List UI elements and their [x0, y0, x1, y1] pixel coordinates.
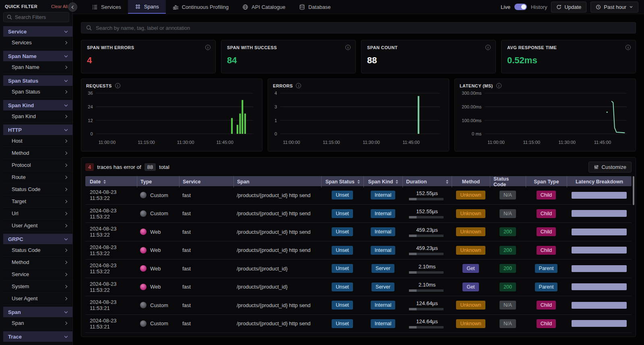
- live-label: Live: [501, 4, 510, 10]
- cell-span: /products/{product_id}: [237, 266, 287, 272]
- span-status-badge: Unset: [332, 283, 353, 291]
- filter-label: Route: [12, 174, 26, 180]
- filter-label: Service: [8, 29, 27, 35]
- filter-group-span-status[interactable]: Span Status: [3, 75, 72, 86]
- svg-text:24: 24: [88, 104, 93, 109]
- tab-continuous-profiling[interactable]: Continuous Profiling: [166, 0, 235, 14]
- chevron-down-icon: [64, 78, 68, 81]
- filter-group-span-kind[interactable]: Span Kind: [3, 100, 72, 110]
- filter-group-trace[interactable]: Trace: [3, 331, 72, 342]
- svg-text:11:45:00: 11:45:00: [402, 140, 419, 145]
- method-badge: Get: [462, 283, 479, 291]
- info-icon[interactable]: [496, 83, 502, 88]
- col-duration[interactable]: Duration: [402, 176, 452, 187]
- card-value: 88: [367, 55, 490, 66]
- cell-date: 2024-08-23 11:53:22: [90, 244, 134, 256]
- info-icon[interactable]: [115, 83, 120, 88]
- sort-icon[interactable]: [396, 180, 398, 184]
- filter-item-protocol[interactable]: Protocol: [3, 159, 72, 171]
- table-header: Date Type Service Span Span Status Span …: [85, 176, 632, 186]
- filter-item-span-name[interactable]: Span Name: [3, 61, 72, 73]
- info-icon[interactable]: [485, 45, 491, 50]
- span-search-box[interactable]: [81, 22, 636, 33]
- cell-duration: 459.23µs: [416, 227, 438, 233]
- filter-group-service[interactable]: Service: [3, 26, 72, 37]
- filter-item-target[interactable]: Target: [3, 195, 72, 208]
- filter-item-system[interactable]: System: [3, 281, 72, 293]
- live-history-toggle[interactable]: [514, 4, 527, 10]
- filter-search-input[interactable]: [15, 15, 63, 20]
- sidebar-collapse-button[interactable]: [68, 2, 77, 12]
- sort-icon[interactable]: [103, 180, 106, 184]
- update-button[interactable]: Update: [551, 2, 586, 12]
- span-type-badge: Parent: [535, 283, 558, 291]
- table-row[interactable]: 2024-08-23 11:53:22Customfast/products/{…: [85, 186, 632, 205]
- filter-item-status-code[interactable]: Status Code: [3, 244, 72, 256]
- filter-item-status-code[interactable]: Status Code: [3, 183, 72, 195]
- customize-button[interactable]: Customize: [588, 162, 632, 172]
- sort-icon[interactable]: [446, 180, 448, 184]
- filter-label: System: [12, 283, 29, 289]
- svg-text:11:45:00: 11:45:00: [594, 140, 611, 145]
- tab-services[interactable]: Services: [85, 0, 128, 14]
- filter-item-route[interactable]: Route: [3, 171, 72, 183]
- col-span-kind[interactable]: Span Kind: [363, 176, 402, 187]
- chevron-down-icon: [64, 237, 68, 240]
- info-icon[interactable]: [205, 45, 211, 50]
- filter-item-user-agent[interactable]: User Agent: [3, 293, 72, 305]
- filter-search-box[interactable]: [3, 12, 69, 22]
- filter-group-span-name[interactable]: Span Name: [3, 51, 72, 61]
- filter-item-span-kind[interactable]: Span Kind: [3, 110, 72, 123]
- nav-right-controls: Live History Update Past hour: [501, 0, 644, 14]
- filter-item-user-agent[interactable]: User Agent: [3, 220, 72, 232]
- filter-item-method[interactable]: Method: [3, 256, 72, 268]
- info-icon[interactable]: [625, 45, 631, 50]
- filter-item-method[interactable]: Method: [3, 147, 72, 159]
- table-row[interactable]: 2024-08-23 11:53:22Webfast/products/{pro…: [85, 223, 632, 241]
- table-row[interactable]: 2024-08-23 11:53:22Webfast/products/{pro…: [85, 278, 632, 297]
- history-label: History: [531, 4, 547, 10]
- clear-all-button[interactable]: Clear All: [51, 4, 68, 9]
- chevron-right-icon: [64, 224, 67, 227]
- filter-item-host[interactable]: Host: [3, 135, 72, 147]
- filter-label: Target: [12, 198, 26, 204]
- col-date[interactable]: Date: [85, 176, 137, 187]
- cell-service: fast: [182, 247, 191, 253]
- col-span-status[interactable]: Span Status: [321, 176, 363, 187]
- filter-label: GRPC: [8, 236, 23, 242]
- sort-icon[interactable]: [357, 180, 360, 184]
- filter-group-http[interactable]: HTTP: [3, 125, 72, 135]
- time-range-button[interactable]: Past hour: [590, 2, 638, 12]
- tab-spans[interactable]: Spans: [128, 0, 166, 14]
- table-scrollbar[interactable]: [633, 176, 634, 205]
- table-row[interactable]: 2024-08-23 11:53:22Webfast/products/{pro…: [85, 241, 632, 260]
- chevron-right-icon: [64, 90, 67, 93]
- span-search-input[interactable]: [96, 25, 631, 31]
- card-title: SPAN WITH ERRORS: [87, 45, 210, 50]
- chevron-right-icon: [64, 200, 67, 203]
- info-icon[interactable]: [345, 45, 351, 50]
- cell-type: Web: [150, 229, 161, 235]
- filter-group-grpc[interactable]: GRPC: [3, 234, 72, 244]
- filter-item-span[interactable]: Span: [3, 317, 72, 329]
- filter-item-service[interactable]: Service: [3, 268, 72, 281]
- web-type-icon: [140, 284, 147, 290]
- table-row[interactable]: 2024-08-23 11:53:22Webfast/products/{pro…: [85, 260, 632, 278]
- filter-label: Method: [12, 259, 29, 265]
- filter-item-url[interactable]: Url: [3, 208, 72, 220]
- tab-database[interactable]: Database: [292, 0, 338, 14]
- table-row[interactable]: 2024-08-23 11:53:21Customfast/products/{…: [85, 315, 632, 333]
- tab-api-catalogue[interactable]: API Catalogue: [235, 0, 292, 14]
- method-badge: Unknown: [456, 209, 485, 218]
- filter-item-services[interactable]: Services: [3, 37, 72, 49]
- chevron-down-icon: [64, 103, 68, 106]
- info-icon[interactable]: [296, 83, 301, 88]
- table-row[interactable]: 2024-08-23 11:53:22Customfast/products/{…: [85, 205, 632, 223]
- filter-group-span[interactable]: Span: [3, 307, 72, 317]
- chevron-right-icon: [64, 187, 67, 191]
- tab-label: Services: [101, 4, 121, 10]
- status-code-badge: 200: [500, 264, 516, 273]
- table-row[interactable]: 2024-08-23 11:53:21Customfast/products/{…: [85, 296, 632, 315]
- filter-item-span-status[interactable]: Span Status: [3, 86, 72, 98]
- svg-text:200.00ms: 200.00ms: [462, 104, 481, 109]
